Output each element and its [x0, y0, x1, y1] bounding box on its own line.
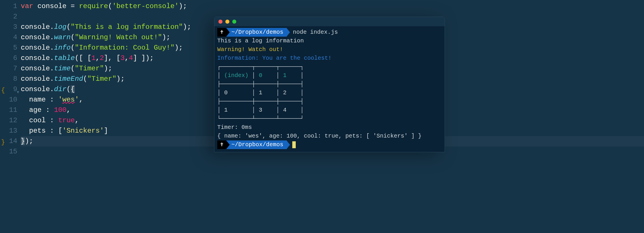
prompt-path: ~/Dropbox/demos — [226, 140, 287, 149]
line-number: 4 — [0, 32, 17, 43]
line-number: 10 — [0, 95, 17, 105]
line-number: 6 — [0, 53, 17, 63]
table-sep: ├─────────┼──────┼──────┤ — [217, 80, 442, 89]
prompt-symbol: ✝ — [217, 140, 226, 149]
prompt-path: ~/Dropbox/demos — [226, 28, 287, 37]
table-row: │ 1 │ 3 │ 4 │ — [217, 106, 442, 114]
table-header: │ (index) │ 0 │ 1 │ — [217, 71, 442, 80]
window-close-button[interactable] — [218, 20, 222, 24]
terminal-output-line: This is a log information — [217, 37, 442, 45]
code-line[interactable]: var console = require('better-console'); — [21, 1, 644, 12]
table-sep: ├─────────┼──────┼──────┤ — [217, 97, 442, 106]
line-number: 2 — [0, 12, 17, 22]
prompt-symbol: ✝ — [217, 28, 226, 37]
terminal-window[interactable]: ✝~/Dropbox/demos node index.js This is a… — [214, 17, 445, 152]
window-minimize-button[interactable] — [225, 20, 229, 24]
dir-output: { name: 'wes', age: 100, cool: true, pet… — [217, 132, 442, 140]
line-number: 12 — [0, 115, 17, 126]
command-text: node index.js — [293, 28, 338, 37]
line-number: 13 — [0, 126, 17, 136]
line-number: 7 — [0, 63, 17, 74]
table-border: └─────────┴──────┴──────┘ — [217, 114, 442, 123]
line-number: 5 — [0, 43, 17, 53]
prompt-line: ✝~/Dropbox/demos node index.js — [217, 28, 442, 37]
terminal-output-line: Information: You are the coolest! — [217, 54, 442, 63]
prompt-line: ✝~/Dropbox/demos — [217, 140, 442, 149]
window-titlebar[interactable] — [214, 17, 445, 26]
line-number: 3 — [0, 22, 17, 32]
terminal-body[interactable]: ✝~/Dropbox/demos node index.js This is a… — [214, 26, 445, 152]
table-border: ┌─────────┬──────┬──────┐ — [217, 63, 442, 71]
line-number: 11 — [0, 105, 17, 115]
table-row: │ 0 │ 1 │ 2 │ — [217, 89, 442, 97]
terminal-output-line: Warning! Watch out! — [217, 45, 442, 54]
window-zoom-button[interactable] — [232, 20, 236, 24]
timer-output: Timer: 0ms — [217, 123, 442, 132]
fold-icon[interactable]: ▼ — [17, 87, 19, 97]
line-number-gutter: 123456789{▼1011121314}15 — [0, 1, 21, 233]
line-number: 1 — [0, 1, 17, 12]
line-number: 8 — [0, 74, 17, 84]
line-number: 15 — [0, 146, 17, 157]
cursor — [292, 141, 296, 148]
